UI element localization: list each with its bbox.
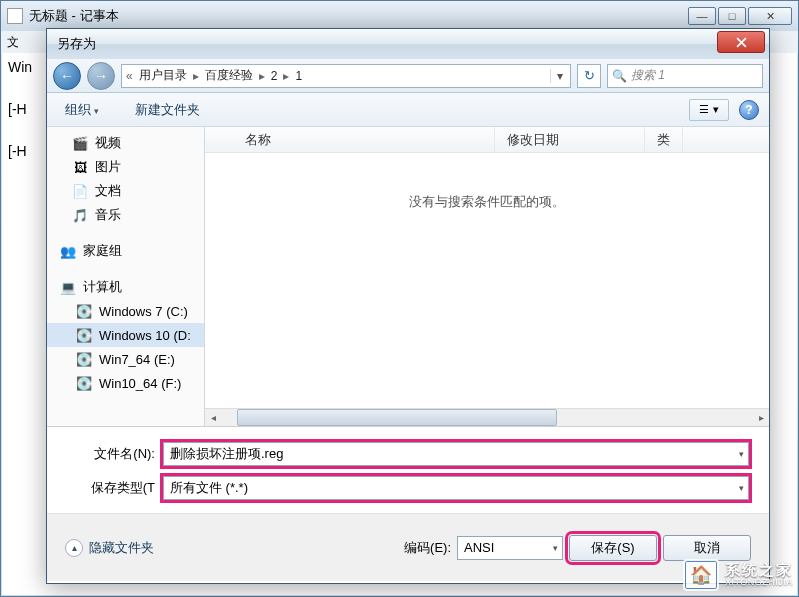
sidebar-item-drive-c[interactable]: 💽Windows 7 (C:): [47, 299, 204, 323]
minimize-button[interactable]: —: [688, 7, 716, 25]
dialog-close-button[interactable]: [717, 31, 765, 53]
drive-icon: 💽: [75, 327, 93, 343]
file-list-area: 名称 修改日期 类 没有与搜索条件匹配的项。 ◂ ▸: [205, 127, 769, 426]
watermark-en: XITONGZHIJIA: [725, 578, 793, 588]
scroll-left-icon[interactable]: ◂: [205, 409, 221, 426]
filetype-select[interactable]: 所有文件 (*.*) ▾: [163, 476, 749, 500]
save-button-label: 保存(S): [591, 539, 634, 557]
sidebar-item-drive-d[interactable]: 💽Windows 10 (D:: [47, 323, 204, 347]
maximize-button[interactable]: □: [718, 7, 746, 25]
documents-icon: 📄: [71, 183, 89, 199]
breadcrumb-seg-2[interactable]: 百度经验: [201, 67, 257, 84]
dropdown-icon[interactable]: ▾: [739, 483, 744, 493]
breadcrumb[interactable]: 用户目录 ▸ 百度经验 ▸ 2 ▸ 1 ▾: [121, 64, 571, 88]
drive-icon: 💽: [75, 351, 93, 367]
breadcrumb-overflow-icon[interactable]: [124, 69, 135, 83]
body-line3: [-H: [8, 143, 27, 159]
sidebar-label: 音乐: [95, 206, 121, 224]
horizontal-scrollbar[interactable]: ◂ ▸: [205, 408, 769, 426]
file-column-headers[interactable]: 名称 修改日期 类: [205, 127, 769, 153]
sidebar-label: 图片: [95, 158, 121, 176]
sidebar-label: 计算机: [83, 278, 122, 296]
sidebar-item-drive-f[interactable]: 💽Win10_64 (F:): [47, 371, 204, 395]
hide-folders-toggle[interactable]: ▴ 隐藏文件夹: [65, 539, 154, 557]
dialog-titlebar: 另存为: [47, 29, 769, 59]
chevron-up-icon: ▴: [65, 539, 83, 557]
dropdown-icon[interactable]: ▾: [553, 543, 558, 553]
sidebar-label: 文档: [95, 182, 121, 200]
breadcrumb-seg-4[interactable]: 1: [291, 69, 306, 83]
encoding-value: ANSI: [464, 540, 494, 555]
column-type[interactable]: 类: [645, 127, 683, 152]
view-mode-button[interactable]: ☰ ▾: [689, 99, 729, 121]
organize-button[interactable]: 组织: [57, 97, 107, 123]
refresh-button[interactable]: ↻: [577, 64, 601, 88]
notepad-titlebar: 无标题 - 记事本 — □ ✕: [1, 1, 798, 31]
watermark-text: 系统之家 XITONGZHIJIA: [725, 562, 793, 588]
body-line2: [-H: [8, 101, 27, 117]
close-button[interactable]: ✕: [748, 7, 792, 25]
encoding-select[interactable]: ANSI ▾: [457, 536, 563, 560]
sidebar-label: Windows 10 (D:: [99, 328, 191, 343]
video-icon: 🎬: [71, 135, 89, 151]
sidebar-item-video[interactable]: 🎬视频: [47, 131, 204, 155]
newfolder-button[interactable]: 新建文件夹: [127, 97, 208, 123]
save-as-dialog: 另存为 ← → 用户目录 ▸ 百度经验 ▸ 2 ▸ 1 ▾ ↻ 🔍 搜索 1 组…: [46, 28, 770, 584]
breadcrumb-seg-3[interactable]: 2: [267, 69, 282, 83]
empty-message: 没有与搜索条件匹配的项。: [205, 153, 769, 426]
sidebar-item-pictures[interactable]: 🖼图片: [47, 155, 204, 179]
sidebar-item-documents[interactable]: 📄文档: [47, 179, 204, 203]
breadcrumb-dropdown-icon[interactable]: ▾: [550, 69, 568, 83]
cancel-button-label: 取消: [694, 539, 720, 557]
sidebar-label: 家庭组: [83, 242, 122, 260]
homegroup-icon: 👥: [59, 243, 77, 259]
sidebar-item-drive-e[interactable]: 💽Win7_64 (E:): [47, 347, 204, 371]
breadcrumb-seg-1[interactable]: 用户目录: [135, 67, 191, 84]
sidebar-label: 视频: [95, 134, 121, 152]
sidebar-item-music[interactable]: 🎵音乐: [47, 203, 204, 227]
sidebar: 🎬视频 🖼图片 📄文档 🎵音乐 👥家庭组 💻计算机 💽Windows 7 (C:…: [47, 127, 205, 426]
scroll-right-icon[interactable]: ▸: [753, 409, 769, 426]
sidebar-label: Windows 7 (C:): [99, 304, 188, 319]
watermark: 🏠 系统之家 XITONGZHIJIA: [683, 559, 793, 591]
scrollbar-thumb[interactable]: [237, 409, 557, 426]
chevron-right-icon: ▸: [191, 69, 201, 83]
forward-button[interactable]: →: [87, 62, 115, 90]
filename-label: 文件名(N):: [67, 445, 163, 463]
help-button[interactable]: ?: [739, 100, 759, 120]
dialog-main: 🎬视频 🖼图片 📄文档 🎵音乐 👥家庭组 💻计算机 💽Windows 7 (C:…: [47, 127, 769, 427]
dialog-toolbar: 组织 新建文件夹 ☰ ▾ ?: [47, 93, 769, 127]
music-icon: 🎵: [71, 207, 89, 223]
filename-input[interactable]: 删除损坏注册项.reg ▾: [163, 442, 749, 466]
back-button[interactable]: ←: [53, 62, 81, 90]
column-name[interactable]: 名称: [205, 127, 495, 152]
filetype-label: 保存类型(T: [67, 479, 163, 497]
chevron-right-icon: ▸: [281, 69, 291, 83]
filename-value: 删除损坏注册项.reg: [170, 445, 283, 463]
address-bar: ← → 用户目录 ▸ 百度经验 ▸ 2 ▸ 1 ▾ ↻ 🔍 搜索 1: [47, 59, 769, 93]
dialog-inputs: 文件名(N): 删除损坏注册项.reg ▾ 保存类型(T 所有文件 (*.*) …: [47, 427, 769, 513]
search-icon: 🔍: [612, 69, 627, 83]
column-date[interactable]: 修改日期: [495, 127, 645, 152]
body-line1: Win: [8, 59, 32, 75]
sidebar-item-homegroup[interactable]: 👥家庭组: [47, 239, 204, 263]
sidebar-label: Win7_64 (E:): [99, 352, 175, 367]
drive-icon: 💽: [75, 303, 93, 319]
chevron-right-icon: ▸: [257, 69, 267, 83]
menu-file[interactable]: 文: [7, 34, 19, 51]
save-button[interactable]: 保存(S): [569, 535, 657, 561]
pictures-icon: 🖼: [71, 159, 89, 175]
watermark-cn: 系统之家: [725, 562, 793, 579]
cancel-button[interactable]: 取消: [663, 535, 751, 561]
notepad-icon: [7, 8, 23, 24]
dialog-title: 另存为: [47, 35, 96, 53]
hide-folders-label: 隐藏文件夹: [89, 539, 154, 557]
search-input[interactable]: 🔍 搜索 1: [607, 64, 763, 88]
dialog-button-bar: ▴ 隐藏文件夹 编码(E): ANSI ▾ 保存(S) 取消: [47, 513, 769, 581]
filetype-value: 所有文件 (*.*): [170, 479, 248, 497]
sidebar-item-computer[interactable]: 💻计算机: [47, 275, 204, 299]
dropdown-icon[interactable]: ▾: [739, 449, 744, 459]
notepad-title: 无标题 - 记事本: [29, 7, 688, 25]
encoding-label: 编码(E):: [404, 539, 451, 557]
watermark-logo-icon: 🏠: [683, 559, 719, 591]
